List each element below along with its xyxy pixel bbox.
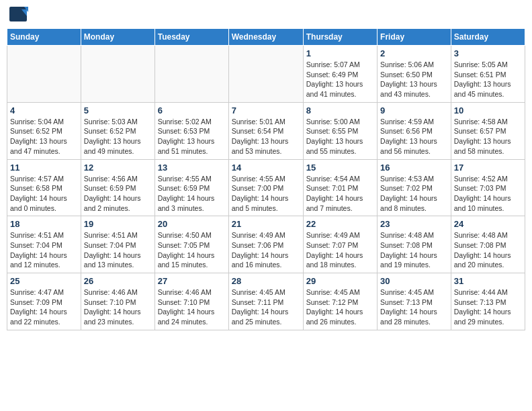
cell-info: Sunrise: 5:07 AM Sunset: 6:49 PM Dayligh… bbox=[306, 60, 374, 99]
weekday-header-monday: Monday bbox=[81, 29, 154, 46]
calendar-cell: 27Sunrise: 4:46 AM Sunset: 7:10 PM Dayli… bbox=[154, 273, 228, 330]
weekday-header-row: SundayMondayTuesdayWednesdayThursdayFrid… bbox=[7, 29, 525, 46]
calendar-cell: 19Sunrise: 4:51 AM Sunset: 7:04 PM Dayli… bbox=[81, 216, 154, 273]
calendar-cell: 11Sunrise: 4:57 AM Sunset: 6:58 PM Dayli… bbox=[7, 159, 81, 216]
calendar-cell bbox=[154, 46, 228, 103]
day-number: 16 bbox=[380, 163, 448, 173]
calendar-cell: 31Sunrise: 4:44 AM Sunset: 7:13 PM Dayli… bbox=[451, 273, 525, 330]
calendar-cell: 16Sunrise: 4:53 AM Sunset: 7:02 PM Dayli… bbox=[378, 159, 451, 216]
cell-info: Sunrise: 4:52 AM Sunset: 7:03 PM Dayligh… bbox=[454, 174, 522, 214]
day-number: 1 bbox=[306, 48, 374, 58]
cell-info: Sunrise: 4:46 AM Sunset: 7:10 PM Dayligh… bbox=[158, 287, 226, 327]
day-number: 5 bbox=[84, 105, 152, 116]
cell-info: Sunrise: 4:50 AM Sunset: 7:05 PM Dayligh… bbox=[158, 230, 226, 270]
day-number: 28 bbox=[232, 276, 300, 286]
cell-info: Sunrise: 4:54 AM Sunset: 7:01 PM Dayligh… bbox=[306, 174, 374, 214]
cell-info: Sunrise: 4:51 AM Sunset: 7:04 PM Dayligh… bbox=[10, 230, 78, 270]
calendar-cell: 28Sunrise: 4:45 AM Sunset: 7:11 PM Dayli… bbox=[228, 273, 303, 330]
cell-info: Sunrise: 4:59 AM Sunset: 6:56 PM Dayligh… bbox=[380, 117, 448, 156]
calendar-cell: 4Sunrise: 5:04 AM Sunset: 6:52 PM Daylig… bbox=[7, 102, 81, 159]
day-number: 22 bbox=[306, 219, 374, 229]
cell-info: Sunrise: 4:45 AM Sunset: 7:11 PM Dayligh… bbox=[232, 287, 300, 327]
calendar-cell: 20Sunrise: 4:50 AM Sunset: 7:05 PM Dayli… bbox=[154, 216, 228, 273]
weekday-header-sunday: Sunday bbox=[7, 29, 81, 46]
calendar-cell: 2Sunrise: 5:06 AM Sunset: 6:50 PM Daylig… bbox=[378, 46, 451, 103]
day-number: 31 bbox=[454, 276, 522, 286]
calendar-cell: 10Sunrise: 4:58 AM Sunset: 6:57 PM Dayli… bbox=[451, 102, 525, 159]
day-number: 14 bbox=[232, 163, 300, 173]
calendar-cell: 18Sunrise: 4:51 AM Sunset: 7:04 PM Dayli… bbox=[7, 216, 81, 273]
calendar-cell: 24Sunrise: 4:48 AM Sunset: 7:08 PM Dayli… bbox=[451, 216, 525, 273]
calendar-cell: 30Sunrise: 4:45 AM Sunset: 7:13 PM Dayli… bbox=[378, 273, 451, 330]
page-header bbox=[7, 7, 525, 23]
calendar-cell: 9Sunrise: 4:59 AM Sunset: 6:56 PM Daylig… bbox=[378, 102, 451, 159]
calendar-cell bbox=[228, 46, 303, 103]
day-number: 30 bbox=[380, 276, 448, 286]
calendar-cell: 15Sunrise: 4:54 AM Sunset: 7:01 PM Dayli… bbox=[303, 159, 377, 216]
cell-info: Sunrise: 4:49 AM Sunset: 7:06 PM Dayligh… bbox=[232, 230, 300, 270]
day-number: 2 bbox=[380, 48, 448, 58]
calendar-cell: 3Sunrise: 5:05 AM Sunset: 6:51 PM Daylig… bbox=[451, 46, 525, 103]
cell-info: Sunrise: 4:57 AM Sunset: 6:58 PM Dayligh… bbox=[10, 174, 78, 214]
day-number: 18 bbox=[10, 219, 78, 229]
day-number: 23 bbox=[380, 219, 448, 229]
weekday-header-wednesday: Wednesday bbox=[228, 29, 303, 46]
day-number: 15 bbox=[306, 163, 374, 173]
day-number: 27 bbox=[158, 276, 226, 286]
calendar-cell: 6Sunrise: 5:02 AM Sunset: 6:53 PM Daylig… bbox=[154, 102, 228, 159]
day-number: 20 bbox=[158, 219, 226, 229]
calendar-cell: 26Sunrise: 4:46 AM Sunset: 7:10 PM Dayli… bbox=[81, 273, 154, 330]
calendar-cell: 25Sunrise: 4:47 AM Sunset: 7:09 PM Dayli… bbox=[7, 273, 81, 330]
calendar-table: SundayMondayTuesdayWednesdayThursdayFrid… bbox=[7, 28, 525, 330]
cell-info: Sunrise: 4:45 AM Sunset: 7:13 PM Dayligh… bbox=[380, 287, 448, 327]
day-number: 8 bbox=[306, 105, 374, 116]
calendar-week-row: 1Sunrise: 5:07 AM Sunset: 6:49 PM Daylig… bbox=[7, 46, 525, 103]
day-number: 9 bbox=[380, 105, 448, 116]
day-number: 21 bbox=[232, 219, 300, 229]
cell-info: Sunrise: 5:02 AM Sunset: 6:53 PM Dayligh… bbox=[158, 117, 226, 156]
cell-info: Sunrise: 5:00 AM Sunset: 6:55 PM Dayligh… bbox=[306, 117, 374, 156]
cell-info: Sunrise: 4:49 AM Sunset: 7:07 PM Dayligh… bbox=[306, 230, 374, 270]
weekday-header-friday: Friday bbox=[378, 29, 451, 46]
cell-info: Sunrise: 4:44 AM Sunset: 7:13 PM Dayligh… bbox=[454, 287, 522, 327]
cell-info: Sunrise: 5:04 AM Sunset: 6:52 PM Dayligh… bbox=[10, 117, 78, 156]
weekday-header-thursday: Thursday bbox=[303, 29, 377, 46]
svg-rect-0 bbox=[9, 7, 27, 21]
cell-info: Sunrise: 4:46 AM Sunset: 7:10 PM Dayligh… bbox=[84, 287, 152, 327]
calendar-week-row: 18Sunrise: 4:51 AM Sunset: 7:04 PM Dayli… bbox=[7, 216, 525, 273]
day-number: 24 bbox=[454, 219, 522, 229]
cell-info: Sunrise: 5:06 AM Sunset: 6:50 PM Dayligh… bbox=[380, 60, 448, 99]
cell-info: Sunrise: 4:56 AM Sunset: 6:59 PM Dayligh… bbox=[84, 174, 152, 214]
calendar-week-row: 25Sunrise: 4:47 AM Sunset: 7:09 PM Dayli… bbox=[7, 273, 525, 330]
day-number: 19 bbox=[84, 219, 152, 229]
day-number: 7 bbox=[232, 105, 300, 116]
day-number: 26 bbox=[84, 276, 152, 286]
day-number: 12 bbox=[84, 163, 152, 173]
day-number: 17 bbox=[454, 163, 522, 173]
calendar-cell: 8Sunrise: 5:00 AM Sunset: 6:55 PM Daylig… bbox=[303, 102, 377, 159]
calendar-week-row: 11Sunrise: 4:57 AM Sunset: 6:58 PM Dayli… bbox=[7, 159, 525, 216]
day-number: 11 bbox=[10, 163, 78, 173]
cell-info: Sunrise: 5:01 AM Sunset: 6:54 PM Dayligh… bbox=[232, 117, 300, 156]
logo bbox=[9, 7, 30, 23]
cell-info: Sunrise: 4:58 AM Sunset: 6:57 PM Dayligh… bbox=[454, 117, 522, 156]
day-number: 29 bbox=[306, 276, 374, 286]
cell-info: Sunrise: 4:48 AM Sunset: 7:08 PM Dayligh… bbox=[454, 230, 522, 270]
cell-info: Sunrise: 4:53 AM Sunset: 7:02 PM Dayligh… bbox=[380, 174, 448, 214]
day-number: 6 bbox=[158, 105, 226, 116]
cell-info: Sunrise: 4:51 AM Sunset: 7:04 PM Dayligh… bbox=[84, 230, 152, 270]
cell-info: Sunrise: 4:48 AM Sunset: 7:08 PM Dayligh… bbox=[380, 230, 448, 270]
calendar-cell: 5Sunrise: 5:03 AM Sunset: 6:52 PM Daylig… bbox=[81, 102, 154, 159]
calendar-cell bbox=[81, 46, 154, 103]
calendar-cell: 23Sunrise: 4:48 AM Sunset: 7:08 PM Dayli… bbox=[378, 216, 451, 273]
day-number: 4 bbox=[10, 105, 78, 116]
calendar-cell: 29Sunrise: 4:45 AM Sunset: 7:12 PM Dayli… bbox=[303, 273, 377, 330]
cell-info: Sunrise: 5:05 AM Sunset: 6:51 PM Dayligh… bbox=[454, 60, 522, 99]
weekday-header-tuesday: Tuesday bbox=[154, 29, 228, 46]
calendar-cell: 22Sunrise: 4:49 AM Sunset: 7:07 PM Dayli… bbox=[303, 216, 377, 273]
calendar-cell: 21Sunrise: 4:49 AM Sunset: 7:06 PM Dayli… bbox=[228, 216, 303, 273]
weekday-header-saturday: Saturday bbox=[451, 29, 525, 46]
cell-info: Sunrise: 4:45 AM Sunset: 7:12 PM Dayligh… bbox=[306, 287, 374, 327]
day-number: 10 bbox=[454, 105, 522, 116]
cell-info: Sunrise: 5:03 AM Sunset: 6:52 PM Dayligh… bbox=[84, 117, 152, 156]
